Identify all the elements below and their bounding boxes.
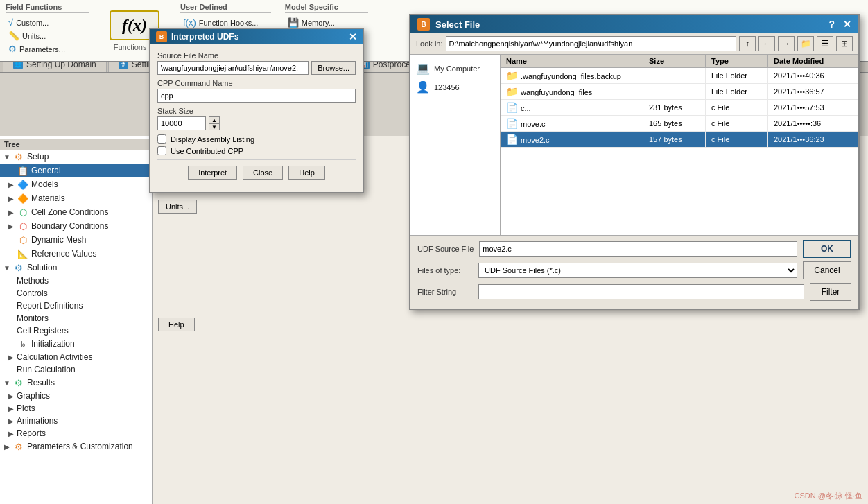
col-date[interactable]: Date Modified (768, 55, 858, 68)
parameters-item[interactable]: ⚙ Parameters... (6, 42, 89, 55)
file-row-movec[interactable]: 📄move.c 165 bytes c File 2021/1•••••:36 (501, 116, 858, 132)
use-cpp-checkbox[interactable] (157, 146, 166, 155)
stack-size-label: Stack Size (157, 107, 356, 115)
cell-registers-label: Cell Registers (17, 326, 69, 336)
sidebar-item-reference[interactable]: 📐 Reference Values (0, 247, 152, 261)
udf-dialog-body: Source File Name Browse... CPP Command N… (150, 44, 363, 192)
udf-source-input[interactable] (479, 241, 797, 257)
look-in-path-input[interactable] (446, 36, 736, 51)
general-icon: 📋 (17, 165, 29, 176)
select-file-title-text: Select File (435, 19, 480, 30)
help-button-task[interactable]: Help (158, 318, 195, 331)
models-label: Models (31, 180, 58, 189)
udf-help-button[interactable]: Help (288, 166, 325, 180)
sidebar-item-controls[interactable]: Controls (0, 287, 152, 299)
sidebar-item-setup[interactable]: ▼ ⚙ Setup (0, 150, 152, 164)
sf-123456[interactable]: 👤 123456 (410, 78, 500, 96)
calc-activities-label: Calculation Activities (17, 352, 92, 362)
sf-cancel-button[interactable]: Cancel (803, 261, 851, 279)
select-file-help-btn[interactable]: ? (828, 19, 835, 30)
monitors-label: Monitors (17, 313, 49, 323)
select-file-titlebar: B Select File ? ✕ (410, 15, 858, 33)
sidebar-item-initialization[interactable]: i₀ Initialization (0, 337, 152, 351)
sf-nav-back[interactable]: ← (758, 36, 775, 51)
sidebar-item-cell-zone[interactable]: ▶ ⬡ Cell Zone Conditions (0, 205, 152, 219)
sf-nav-forward[interactable]: → (778, 36, 795, 51)
col-name[interactable]: Name (501, 55, 643, 68)
reference-icon: 📐 (17, 248, 29, 259)
sidebar-item-calc-activities[interactable]: ▶ Calculation Activities (0, 351, 152, 363)
sidebar-item-report-definitions[interactable]: Report Definitions (0, 299, 152, 312)
units-button[interactable]: Units... (158, 200, 197, 214)
stack-down-btn[interactable]: ▼ (209, 123, 220, 130)
sidebar-item-reports[interactable]: ▶ Reports (0, 427, 152, 440)
help-button-area: Help (158, 318, 862, 331)
params-icon: ⚙ (8, 44, 17, 54)
my-computer-label: My Computer (434, 64, 480, 73)
sf-view-details[interactable]: ⊞ (836, 36, 853, 51)
sf-new-folder[interactable]: 📁 (797, 36, 814, 51)
interpret-button[interactable]: Interpret (188, 166, 237, 180)
select-file-close-btn[interactable]: ✕ (843, 19, 851, 30)
sf-content-area: 💻 My Computer 👤 123456 Name Size Type Da… (410, 55, 858, 235)
sidebar-item-results[interactable]: ▼ ⚙ Results (0, 376, 152, 390)
sidebar-item-plots[interactable]: ▶ Plots (0, 402, 152, 415)
sf-nav-up[interactable]: ↑ (739, 36, 756, 51)
sidebar-item-boundary[interactable]: ▶ ⬡ Boundary Conditions (0, 219, 152, 233)
sf-my-computer[interactable]: 💻 My Computer (410, 59, 500, 78)
file-row-move2c[interactable]: 📄move2.c 157 bytes c File 2021/1•••36:23 (501, 132, 858, 148)
cpp-command-input[interactable] (157, 89, 356, 103)
sf-file-table: Name Size Type Date Modified 📁.wangfuyun… (501, 55, 858, 148)
sf-ok-button[interactable]: OK (803, 240, 851, 258)
sidebar-item-cell-registers[interactable]: Cell Registers (0, 324, 152, 337)
sf-right-panel: Name Size Type Date Modified 📁.wangfuyun… (501, 55, 858, 235)
sidebar-item-materials[interactable]: ▶ 🔶 Materials (0, 191, 152, 205)
user-defined-title: User Defined (180, 3, 271, 13)
results-label: Results (27, 378, 55, 388)
files-of-type-select[interactable]: UDF Source Files (*.c) (478, 263, 797, 278)
browse-button[interactable]: Browse... (311, 61, 356, 75)
user-icon: 👤 (416, 80, 430, 94)
display-assembly-checkbox[interactable] (157, 134, 166, 144)
models-icon: 🔷 (17, 179, 29, 190)
files-of-type-label: Files of type: (417, 266, 473, 275)
sidebar-item-dynamic-mesh[interactable]: ⬡ Dynamic Mesh (0, 233, 152, 247)
units-item[interactable]: 📏 Units... (6, 29, 89, 42)
udf-close-button[interactable]: Close (243, 166, 283, 180)
source-file-row: Source File Name Browse... (157, 51, 356, 75)
col-size[interactable]: Size (643, 55, 706, 68)
col-type[interactable]: Type (706, 55, 768, 68)
filter-string-input[interactable] (478, 284, 804, 299)
reports-label: Reports (17, 428, 46, 438)
udf-dialog-titlebar: B Interpreted UDFs ✕ (150, 29, 363, 44)
report-def-label: Report Definitions (17, 301, 83, 311)
custom-item[interactable]: √ Custom... (6, 16, 89, 29)
sidebar-item-methods[interactable]: Methods (0, 275, 152, 287)
sidebar-item-general[interactable]: 📋 General (0, 164, 152, 177)
boundary-icon: ⬡ (17, 220, 29, 232)
source-file-input[interactable] (157, 61, 309, 75)
computer-icon: 💻 (416, 62, 430, 75)
sidebar-item-graphics[interactable]: ▶ Graphics (0, 390, 152, 402)
sidebar-tree: Tree ▼ ⚙ Setup 📋 General ▶ 🔷 Models ▶ 🔶 … (0, 136, 153, 504)
file-row-wangfuyundong[interactable]: 📁wangfuyundong_files File Folder 2021/1•… (501, 84, 858, 100)
tree-label: Tree (0, 139, 152, 150)
sidebar-item-solution[interactable]: ▼ ⚙ Solution (0, 261, 152, 275)
file-row-c[interactable]: 📄c... 231 bytes c File 2021/1•••57:53 (501, 100, 858, 116)
cpp-command-row: CPP Command Name (157, 79, 356, 103)
file-row-backup[interactable]: 📁.wangfuyundong_files.backup File Folder… (501, 68, 858, 84)
setup-label: Setup (27, 152, 49, 162)
sidebar-item-monitors[interactable]: Monitors (0, 312, 152, 324)
use-cpp-row: Use Contributed CPP (157, 146, 356, 155)
udf-dialog-close[interactable]: ✕ (349, 31, 357, 42)
udf-dialog-title: Interpreted UDFs (171, 32, 238, 42)
sf-view-list[interactable]: ☰ (817, 36, 833, 51)
sidebar-item-parameters[interactable]: ▶ ⚙ Parameters & Customization (0, 440, 152, 453)
stack-size-input[interactable] (157, 116, 206, 130)
sidebar-item-run-calculation[interactable]: Run Calculation (0, 363, 152, 376)
select-file-icon: B (417, 18, 430, 31)
sidebar-item-animations[interactable]: ▶ Animations (0, 415, 152, 427)
stack-up-btn[interactable]: ▲ (209, 116, 220, 123)
sidebar-item-models[interactable]: ▶ 🔷 Models (0, 177, 152, 191)
sf-filter-button[interactable]: Filter (810, 283, 851, 301)
